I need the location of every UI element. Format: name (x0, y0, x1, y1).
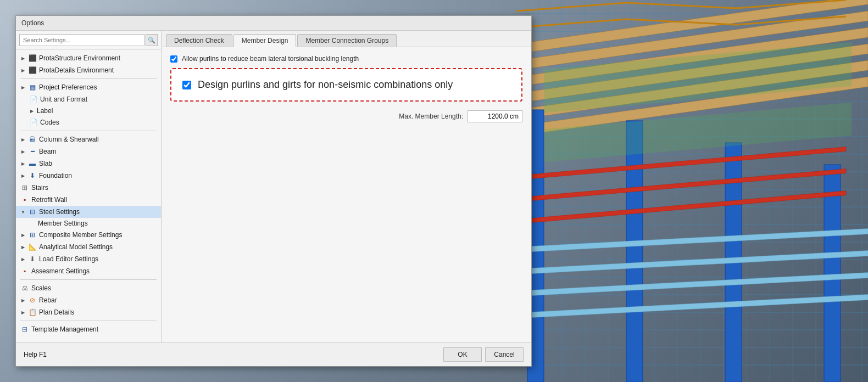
load-icon: ⬇ (28, 255, 37, 263)
beam-icon: ━ (28, 147, 37, 156)
ok-button[interactable]: OK (443, 347, 482, 362)
sidebar-item-plan-details[interactable]: ▶ 📋 Plan Details (16, 306, 161, 318)
sidebar-item-stairs[interactable]: ⊞ Stairs (16, 182, 161, 194)
tabs-bar: Deflection Check Member Design Member Co… (162, 31, 531, 47)
sidebar-label: Assesment Settings (31, 267, 90, 275)
arrow-icon: ▶ (20, 232, 26, 238)
divider (20, 78, 157, 79)
doc-icon: 📄 (29, 95, 38, 104)
sidebar-item-scales[interactable]: ⚖ Scales (16, 282, 161, 294)
sidebar-item-unit-format[interactable]: 📄 Unit and Format (16, 93, 161, 105)
sidebar-item-project-prefs[interactable]: ▶ ▦ Project Preferences (16, 81, 161, 93)
sidebar-item-beam[interactable]: ▶ ━ Beam (16, 145, 161, 158)
svg-rect-9 (824, 165, 841, 382)
stairs-icon: ⊞ (20, 183, 29, 192)
sidebar-label: Beam (39, 148, 56, 155)
divider (20, 131, 157, 131)
sidebar-item-retrofit-wall[interactable]: ▪ Retrofit Wall (16, 194, 161, 206)
scales-icon: ⚖ (20, 284, 29, 293)
sidebar-item-analytical-model[interactable]: ▶ 📐 Analytical Model Settings (16, 241, 161, 253)
sidebar-label: Codes (40, 119, 59, 126)
sidebar-label: Analytical Model Settings (39, 243, 113, 251)
wall-icon: ▪ (20, 195, 29, 204)
dialog-titlebar: Options (16, 16, 531, 31)
dialog-footer: Help F1 OK Cancel (16, 342, 531, 366)
sidebar-item-load-editor[interactable]: ▶ ⬇ Load Editor Settings (16, 253, 161, 265)
tab-member-design[interactable]: Member Design (233, 34, 297, 47)
plan-icon: 📋 (28, 308, 37, 317)
search-button[interactable]: 🔍 (146, 34, 158, 46)
orange-cube-icon: ⬛ (28, 54, 37, 63)
sidebar-item-slab[interactable]: ▶ ▬ Slab (16, 158, 161, 170)
sidebar-item-template-mgmt[interactable]: ⊟ Template Management (16, 323, 161, 335)
non-seismic-label: Design purlins and girts for non-seismic… (198, 79, 453, 91)
search-bar: 🔍 (16, 31, 161, 50)
arrow-icon: ▶ (20, 137, 26, 142)
sidebar-item-steel-settings[interactable]: ▼ ⊟ Steel Settings (16, 206, 161, 218)
purlins-buckling-checkbox[interactable] (170, 55, 177, 63)
sidebar-label: Foundation (39, 172, 72, 179)
sidebar-label: Template Management (31, 325, 98, 333)
content-panel: Allow purlins to reduce beam lateral tor… (162, 47, 531, 342)
sidebar-item-assessment[interactable]: ▪ Assesment Settings (16, 265, 161, 277)
sidebar-label: Rebar (39, 296, 57, 304)
arrow-icon: ▶ (20, 256, 26, 262)
arrow-icon: ▶ (20, 297, 26, 303)
doc-icon: 📄 (29, 118, 38, 127)
max-member-length-row: Max. Member Length: (170, 110, 522, 122)
foundation-icon: ⬇ (28, 171, 37, 180)
composite-icon: ⊞ (28, 231, 37, 239)
sidebar-label: Column & Shearwall (39, 136, 99, 143)
svg-line-20 (516, 19, 626, 27)
svg-line-18 (626, 3, 736, 8)
cancel-button[interactable]: Cancel (485, 347, 524, 362)
sidebar-item-column[interactable]: ▶ 🏛 Column & Shearwall (16, 133, 161, 145)
sidebar-item-rebar[interactable]: ▶ ⊘ Rebar (16, 294, 161, 306)
purlins-buckling-label: Allow purlins to reduce beam lateral tor… (182, 55, 359, 63)
arrow-icon: ▶ (20, 85, 26, 90)
sidebar-item-label[interactable]: ▶ Label (16, 105, 161, 116)
orange-cube-icon: ⬛ (28, 66, 37, 75)
arrow-icon: ▶ (20, 310, 26, 315)
arrow-icon: ▼ (20, 209, 26, 215)
sidebar-item-prota-details[interactable]: ▶ ⬛ ProtaDetails Environment (16, 64, 161, 76)
sidebar-label: Stairs (31, 184, 48, 192)
dialog-body: 🔍 ▶ ⬛ ProtaStructure Environment ▶ ⬛ Pro… (16, 31, 531, 342)
options-dialog: Options 🔍 ▶ ⬛ ProtaStructure Environment… (15, 15, 532, 367)
sidebar-label: Composite Member Settings (39, 231, 122, 239)
sidebar-item-codes[interactable]: 📄 Codes (16, 116, 161, 128)
sidebar-label: ProtaDetails Environment (39, 66, 114, 74)
checkbox-row-purlins-buckling: Allow purlins to reduce beam lateral tor… (170, 55, 522, 63)
arrow-icon: ▶ (20, 173, 26, 178)
sidebar-item-composite-member[interactable]: ▶ ⊞ Composite Member Settings (16, 229, 161, 241)
sidebar-label: Load Editor Settings (39, 255, 98, 263)
sidebar-item-prota-structure[interactable]: ▶ ⬛ ProtaStructure Environment (16, 52, 161, 64)
sidebar-item-foundation[interactable]: ▶ ⬇ Foundation (16, 170, 161, 182)
tab-member-connection-groups[interactable]: Member Connection Groups (297, 34, 397, 47)
search-input[interactable] (19, 34, 144, 46)
non-seismic-checkbox[interactable] (182, 81, 191, 89)
sidebar-label: Project Preferences (39, 83, 97, 91)
assess-icon: ▪ (20, 267, 29, 276)
arrow-icon: ▶ (20, 68, 26, 73)
sidebar-label: Scales (31, 284, 51, 292)
tab-deflection-check[interactable]: Deflection Check (166, 34, 232, 47)
sidebar-item-member-settings[interactable]: Member Settings (16, 218, 161, 229)
arrow-icon: ▶ (20, 149, 26, 154)
sidebar: 🔍 ▶ ⬛ ProtaStructure Environment ▶ ⬛ Pro… (16, 31, 162, 342)
grid-icon: ▦ (28, 83, 37, 92)
sidebar-label: Plan Details (39, 308, 74, 316)
divider (20, 279, 157, 280)
svg-line-17 (516, 3, 626, 11)
content-area: Deflection Check Member Design Member Co… (162, 31, 531, 342)
svg-rect-7 (626, 121, 643, 382)
steel-icon: ⊟ (28, 207, 37, 216)
tree: ▶ ⬛ ProtaStructure Environment ▶ ⬛ Prota… (16, 50, 161, 342)
slab-icon: ▬ (28, 159, 37, 168)
max-member-length-input[interactable] (468, 110, 522, 122)
svg-rect-15 (516, 272, 868, 296)
sidebar-label: Steel Settings (39, 208, 80, 216)
max-member-length-label: Max. Member Length: (375, 113, 463, 120)
arrow-icon: ▶ (20, 55, 26, 61)
arrow-icon: ▶ (20, 161, 26, 166)
